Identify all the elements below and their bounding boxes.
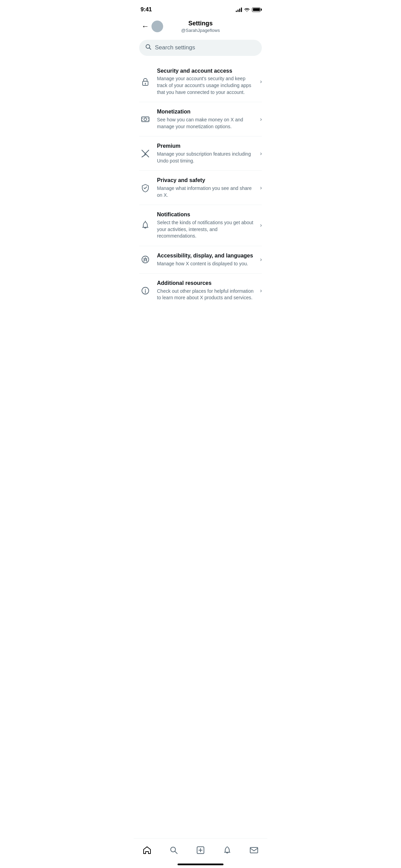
wifi-icon (244, 8, 250, 12)
svg-point-6 (144, 118, 147, 121)
info-icon (139, 285, 151, 297)
resources-title: Additional resources (157, 280, 255, 287)
privacy-title: Privacy and safety (157, 177, 255, 184)
svg-point-14 (145, 257, 146, 258)
accessibility-content: Accessibility, display, and languages Ma… (157, 252, 255, 267)
shield-icon (139, 182, 151, 194)
status-icons (236, 7, 260, 12)
avatar (151, 21, 163, 32)
monetization-desc: See how you can make money on X and mana… (157, 117, 255, 130)
settings-item-premium[interactable]: Premium Manage your subscription feature… (134, 136, 267, 170)
premium-title: Premium (157, 143, 255, 150)
premium-content: Premium Manage your subscription feature… (157, 143, 255, 164)
search-icon (145, 44, 151, 52)
bell-icon (139, 219, 151, 231)
settings-item-privacy[interactable]: Privacy and safety Manage what informati… (134, 171, 267, 205)
chevron-icon: › (260, 222, 262, 228)
back-button[interactable]: ← (139, 20, 151, 33)
chevron-icon: › (260, 150, 262, 157)
settings-item-resources[interactable]: Additional resources Check out other pla… (134, 274, 267, 308)
accessibility-title: Accessibility, display, and languages (157, 252, 255, 260)
svg-line-1 (149, 48, 151, 49)
settings-item-accessibility[interactable]: Accessibility, display, and languages Ma… (134, 246, 267, 273)
premium-desc: Manage your subscription features includ… (157, 151, 255, 164)
svg-point-16 (145, 289, 146, 289)
svg-point-13 (142, 256, 149, 263)
signal-icon (236, 7, 242, 12)
settings-item-monetization[interactable]: Monetization See how you can make money … (134, 102, 267, 136)
accessibility-icon (139, 253, 151, 266)
chevron-icon: › (260, 288, 262, 294)
resources-desc: Check out other places for helpful infor… (157, 288, 255, 301)
chevron-icon: › (260, 116, 262, 122)
x-logo-icon (139, 147, 151, 160)
security-desc: Manage your account's security and keep … (157, 75, 255, 96)
settings-item-security[interactable]: Security and account access Manage your … (134, 61, 267, 102)
monetization-title: Monetization (157, 108, 255, 116)
notifications-desc: Select the kinds of notifications you ge… (157, 219, 255, 240)
accessibility-desc: Manage how X content is displayed to you… (157, 261, 255, 267)
monetization-content: Monetization See how you can make money … (157, 108, 255, 130)
status-bar: 9:41 (134, 0, 267, 17)
settings-list: Security and account access Manage your … (134, 61, 267, 338)
battery-icon (252, 8, 260, 12)
chevron-icon: › (260, 79, 262, 85)
search-container: Search settings (134, 37, 267, 61)
header: ← Settings @SarahJpageflows (134, 17, 267, 37)
back-arrow-icon: ← (142, 22, 149, 31)
lock-icon (139, 75, 151, 88)
notifications-title: Notifications (157, 211, 255, 218)
notifications-content: Notifications Select the kinds of notifi… (157, 211, 255, 240)
settings-item-notifications[interactable]: Notifications Select the kinds of notifi… (134, 205, 267, 246)
chevron-icon: › (260, 256, 262, 263)
security-content: Security and account access Manage your … (157, 68, 255, 96)
money-icon (139, 113, 151, 125)
privacy-content: Privacy and safety Manage what informati… (157, 177, 255, 198)
security-title: Security and account access (157, 68, 255, 75)
status-time: 9:41 (141, 6, 152, 13)
search-bar[interactable]: Search settings (139, 40, 262, 56)
chevron-icon: › (260, 185, 262, 191)
privacy-desc: Manage what information you see and shar… (157, 185, 255, 198)
search-placeholder: Search settings (155, 44, 195, 51)
resources-content: Additional resources Check out other pla… (157, 280, 255, 301)
